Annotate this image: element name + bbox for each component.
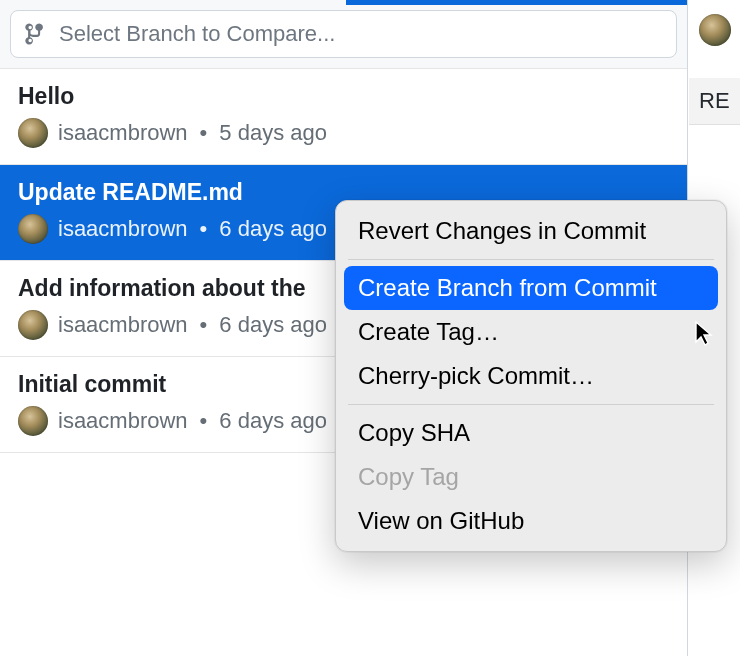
separator-dot: • xyxy=(200,120,208,146)
details-avatar-row xyxy=(689,0,740,46)
menu-item-copy-tag: Copy Tag xyxy=(344,455,718,499)
avatar xyxy=(18,310,48,340)
details-filename[interactable]: RE xyxy=(689,78,740,125)
menu-item-create-branch[interactable]: Create Branch from Commit xyxy=(344,266,718,310)
commit-author: isaacmbrown xyxy=(58,120,188,146)
avatar xyxy=(699,14,731,46)
separator-dot: • xyxy=(200,216,208,242)
commit-author: isaacmbrown xyxy=(58,216,188,242)
commit-time: 6 days ago xyxy=(219,216,327,242)
git-branch-icon xyxy=(25,22,47,46)
menu-item-cherry-pick[interactable]: Cherry-pick Commit… xyxy=(344,354,718,398)
avatar xyxy=(18,214,48,244)
menu-separator xyxy=(348,404,714,405)
menu-item-copy-sha[interactable]: Copy SHA xyxy=(344,411,718,455)
commit-time: 6 days ago xyxy=(219,312,327,338)
commit-meta: isaacmbrown • 5 days ago xyxy=(18,118,669,148)
separator-dot: • xyxy=(200,312,208,338)
commit-time: 5 days ago xyxy=(219,120,327,146)
commit-item[interactable]: Hello isaacmbrown • 5 days ago xyxy=(0,69,687,165)
menu-separator xyxy=(348,259,714,260)
menu-item-create-tag[interactable]: Create Tag… xyxy=(344,310,718,354)
branch-compare-placeholder: Select Branch to Compare... xyxy=(59,21,335,47)
commit-author: isaacmbrown xyxy=(58,408,188,434)
avatar xyxy=(18,406,48,436)
tab-indicator xyxy=(346,0,687,5)
branch-compare-select[interactable]: Select Branch to Compare... xyxy=(10,10,677,58)
commit-author: isaacmbrown xyxy=(58,312,188,338)
commit-title: Hello xyxy=(18,83,669,110)
branch-selector-bar: Select Branch to Compare... xyxy=(0,0,687,69)
avatar xyxy=(18,118,48,148)
menu-item-revert-changes[interactable]: Revert Changes in Commit xyxy=(344,209,718,253)
menu-item-view-on-github[interactable]: View on GitHub xyxy=(344,499,718,543)
context-menu: Revert Changes in Commit Create Branch f… xyxy=(335,200,727,552)
commit-time: 6 days ago xyxy=(219,408,327,434)
separator-dot: • xyxy=(200,408,208,434)
